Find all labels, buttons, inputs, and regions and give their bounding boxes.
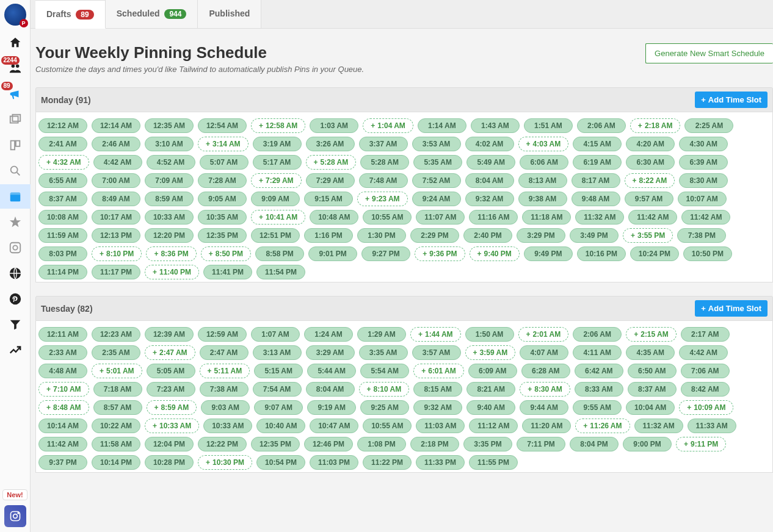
suggested-time-slot[interactable]: 12:58 AM [251,118,305,133]
time-slot[interactable]: 12:35 AM [145,118,194,133]
time-slot[interactable]: 2:41 AM [38,137,87,151]
nav-megaphone[interactable]: 89 [0,82,31,106]
time-slot[interactable]: 3:37 AM [359,137,408,151]
time-slot[interactable]: 12:35 PM [251,437,300,451]
time-slot[interactable]: 9:19 AM [307,400,356,415]
suggested-time-slot[interactable]: 8:22 AM [625,173,675,188]
time-slot[interactable]: 1:50 AM [465,327,514,342]
time-slot[interactable]: 11:42 AM [681,210,730,225]
time-slot[interactable]: 6:39 AM [679,155,728,170]
suggested-time-slot[interactable]: 10:09 AM [679,400,733,415]
time-slot[interactable]: 7:52 AM [412,173,461,188]
time-slot[interactable]: 4:11 AM [573,345,622,360]
time-slot[interactable]: 9:40 AM [466,400,515,415]
time-slot[interactable]: 9:27 PM [361,246,410,261]
nav-pinterest[interactable] [0,287,31,311]
time-slot[interactable]: 4:20 AM [626,137,675,151]
nav-images[interactable] [0,107,31,132]
time-slot[interactable]: 9:15 AM [304,192,353,206]
time-slot[interactable]: 3:35 PM [463,437,512,451]
time-slot[interactable]: 2:47 AM [200,345,249,360]
time-slot[interactable]: 9:24 AM [412,192,461,206]
time-slot[interactable]: 10:07 AM [678,192,727,206]
time-slot[interactable]: 11:12 AM [469,419,518,433]
suggested-time-slot[interactable]: 2:01 AM [518,327,569,342]
time-slot[interactable]: 2:40 PM [463,228,512,243]
time-slot[interactable]: 6:50 AM [628,364,677,378]
time-slot[interactable]: 3:19 AM [253,137,302,151]
tab-published[interactable]: Published [198,0,261,28]
instagram-connect-button[interactable] [4,505,26,527]
time-slot[interactable]: 6:06 AM [520,155,568,170]
time-slot[interactable]: 2:35 AM [92,345,140,360]
time-slot[interactable]: 12:23 AM [92,327,140,342]
time-slot[interactable]: 11:17 PM [92,265,140,279]
suggested-time-slot[interactable]: 2:47 AM [145,345,195,360]
time-slot[interactable]: 10:35 AM [198,210,247,225]
time-slot[interactable]: 1:30 PM [357,228,406,243]
time-slot[interactable]: 3:35 AM [359,345,408,360]
add-time-slot-button[interactable]: +Add Time Slot [695,92,768,108]
time-slot[interactable]: 12:22 PM [198,437,247,451]
time-slot[interactable]: 9:25 AM [360,400,409,415]
time-slot[interactable]: 10:14 PM [92,455,140,470]
suggested-time-slot[interactable]: 9:23 AM [357,192,408,206]
time-slot[interactable]: 9:44 AM [520,400,568,415]
time-slot[interactable]: 11:14 PM [38,265,87,279]
time-slot[interactable]: 8:17 AM [572,173,620,188]
time-slot[interactable]: 8:57 AM [93,400,142,415]
suggested-time-slot[interactable]: 8:10 AM [359,382,410,397]
time-slot[interactable]: 10:17 AM [92,210,140,225]
time-slot[interactable]: 10:55 AM [363,210,412,225]
time-slot[interactable]: 12:46 PM [304,437,353,451]
time-slot[interactable]: 4:02 AM [465,137,514,151]
suggested-time-slot[interactable]: 3:59 AM [465,345,516,360]
suggested-time-slot[interactable]: 8:30 AM [520,382,570,397]
time-slot[interactable]: 5:28 AM [360,155,409,170]
time-slot[interactable]: 10:24 PM [630,246,679,261]
suggested-time-slot[interactable]: 7:10 AM [38,382,89,397]
time-slot[interactable]: 9:37 PM [38,455,87,470]
time-slot[interactable]: 9:38 AM [518,192,567,206]
time-slot[interactable]: 7:18 AM [93,382,142,397]
time-slot[interactable]: 5:49 AM [466,155,515,170]
time-slot[interactable]: 8:49 AM [92,192,140,206]
time-slot[interactable]: 5:35 AM [413,155,462,170]
time-slot[interactable]: 7:09 AM [145,173,194,188]
time-slot[interactable]: 7:38 AM [200,382,249,397]
time-slot[interactable]: 3:53 AM [412,137,461,151]
time-slot[interactable]: 8:03 PM [38,246,87,261]
time-slot[interactable]: 6:42 AM [575,364,623,378]
time-slot[interactable]: 5:44 AM [307,364,356,378]
nav-filter[interactable] [0,312,31,337]
time-slot[interactable]: 11:33 PM [416,455,465,470]
time-slot[interactable]: 4:07 AM [520,345,568,360]
time-slot[interactable]: 12:20 PM [145,228,194,243]
time-slot[interactable]: 8:21 AM [466,382,515,397]
time-slot[interactable]: 5:05 AM [147,364,195,378]
time-slot[interactable]: 9:32 AM [413,400,462,415]
time-slot[interactable]: 11:58 AM [92,437,140,451]
time-slot[interactable]: 8:13 AM [518,173,567,188]
time-slot[interactable]: 3:49 PM [570,228,619,243]
time-slot[interactable]: 1:24 AM [304,327,353,342]
time-slot[interactable]: 12:39 AM [145,327,194,342]
account-avatar[interactable] [4,4,26,26]
time-slot[interactable]: 4:42 AM [679,345,728,360]
time-slot[interactable]: 11:20 AM [522,419,571,433]
time-slot[interactable]: 1:43 AM [471,118,520,133]
time-slot[interactable]: 10:33 AM [145,210,194,225]
time-slot[interactable]: 3:29 AM [306,345,355,360]
time-slot[interactable]: 2:46 AM [92,137,140,151]
time-slot[interactable]: 7:48 AM [359,173,408,188]
nav-instagram-feed[interactable] [0,235,31,260]
time-slot[interactable]: 6:19 AM [573,155,622,170]
time-slot[interactable]: 11:16 AM [469,210,518,225]
time-slot[interactable]: 9:09 AM [251,192,300,206]
suggested-time-slot[interactable]: 11:40 PM [145,265,199,279]
time-slot[interactable]: 11:54 PM [256,265,305,279]
time-slot[interactable]: 8:04 PM [570,437,619,451]
time-slot[interactable]: 10:14 AM [38,419,87,433]
nav-home[interactable] [0,31,31,55]
suggested-time-slot[interactable]: 8:36 PM [146,246,196,261]
